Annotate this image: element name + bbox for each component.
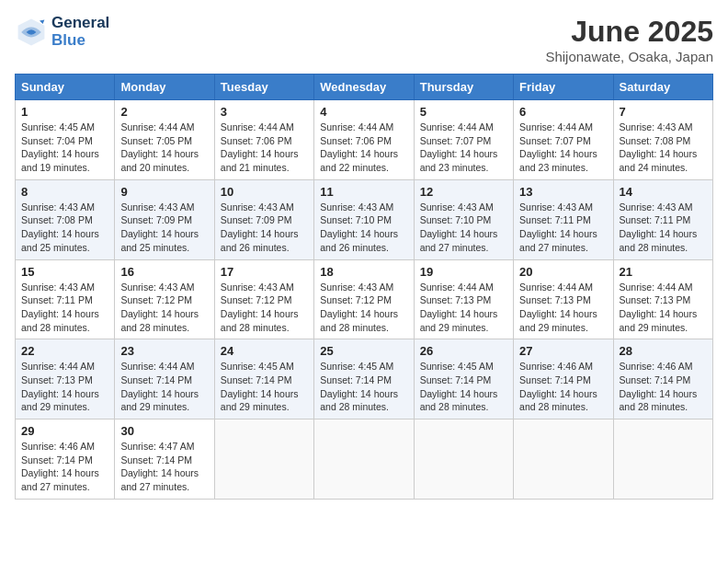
day-info: Sunrise: 4:43 AM Sunset: 7:08 PM Dayligh… [620,121,707,175]
day-info: Sunrise: 4:46 AM Sunset: 7:14 PM Dayligh… [21,440,108,494]
calendar-cell: 2Sunrise: 4:44 AM Sunset: 7:05 PM Daylig… [115,100,214,180]
day-number: 17 [221,265,308,279]
day-info: Sunrise: 4:45 AM Sunset: 7:14 PM Dayligh… [320,360,407,414]
day-number: 19 [420,265,507,279]
calendar-cell [414,419,513,500]
day-number: 26 [420,344,507,358]
week-row-5: 29Sunrise: 4:46 AM Sunset: 7:14 PM Dayli… [16,419,713,500]
calendar-cell: 3Sunrise: 4:44 AM Sunset: 7:06 PM Daylig… [214,100,313,180]
day-info: Sunrise: 4:43 AM Sunset: 7:10 PM Dayligh… [320,201,407,255]
calendar-cell: 13Sunrise: 4:43 AM Sunset: 7:11 PM Dayli… [514,179,613,259]
week-row-4: 22Sunrise: 4:44 AM Sunset: 7:13 PM Dayli… [16,339,713,419]
calendar-cell: 16Sunrise: 4:43 AM Sunset: 7:12 PM Dayli… [115,259,214,339]
week-row-3: 15Sunrise: 4:43 AM Sunset: 7:11 PM Dayli… [16,259,713,339]
logo: General Blue [15,15,109,49]
day-number: 1 [21,105,108,119]
day-number: 15 [21,265,108,279]
calendar-cell: 5Sunrise: 4:44 AM Sunset: 7:07 PM Daylig… [414,100,513,180]
weekday-header-row: SundayMondayTuesdayWednesdayThursdayFrid… [16,75,713,100]
weekday-header-friday: Friday [514,75,613,100]
day-info: Sunrise: 4:43 AM Sunset: 7:12 PM Dayligh… [221,281,308,335]
day-number: 23 [120,344,208,358]
day-info: Sunrise: 4:43 AM Sunset: 7:09 PM Dayligh… [221,201,308,255]
logo-text: General Blue [51,15,109,49]
weekday-header-thursday: Thursday [414,75,513,100]
calendar-cell [514,419,613,500]
day-info: Sunrise: 4:44 AM Sunset: 7:13 PM Dayligh… [21,360,108,414]
day-info: Sunrise: 4:43 AM Sunset: 7:12 PM Dayligh… [120,281,208,335]
day-info: Sunrise: 4:47 AM Sunset: 7:14 PM Dayligh… [120,440,208,494]
day-number: 5 [420,105,507,119]
day-number: 25 [320,344,407,358]
calendar-cell: 29Sunrise: 4:46 AM Sunset: 7:14 PM Dayli… [16,419,115,500]
calendar-cell: 30Sunrise: 4:47 AM Sunset: 7:14 PM Dayli… [115,419,214,500]
calendar-cell: 21Sunrise: 4:44 AM Sunset: 7:13 PM Dayli… [613,259,712,339]
calendar-cell: 28Sunrise: 4:46 AM Sunset: 7:14 PM Dayli… [613,339,712,419]
calendar-cell: 17Sunrise: 4:43 AM Sunset: 7:12 PM Dayli… [214,259,313,339]
calendar-cell [613,419,712,500]
calendar-body: 1Sunrise: 4:45 AM Sunset: 7:04 PM Daylig… [16,100,713,500]
day-number: 28 [620,344,707,358]
day-number: 30 [120,424,208,438]
day-info: Sunrise: 4:43 AM Sunset: 7:09 PM Dayligh… [120,201,208,255]
day-info: Sunrise: 4:43 AM Sunset: 7:11 PM Dayligh… [519,201,607,255]
day-info: Sunrise: 4:43 AM Sunset: 7:10 PM Dayligh… [420,201,507,255]
calendar-cell: 25Sunrise: 4:45 AM Sunset: 7:14 PM Dayli… [314,339,414,419]
calendar-cell: 22Sunrise: 4:44 AM Sunset: 7:13 PM Dayli… [16,339,115,419]
day-number: 27 [519,344,607,358]
calendar-cell: 20Sunrise: 4:44 AM Sunset: 7:13 PM Dayli… [514,259,613,339]
calendar-cell: 14Sunrise: 4:43 AM Sunset: 7:11 PM Dayli… [613,179,712,259]
calendar-subtitle: Shijonawate, Osaka, Japan [545,49,713,64]
calendar-cell: 11Sunrise: 4:43 AM Sunset: 7:10 PM Dayli… [314,179,414,259]
day-number: 29 [21,424,108,438]
header: General Blue June 2025 Shijonawate, Osak… [15,15,713,64]
weekday-header-monday: Monday [115,75,214,100]
day-number: 8 [21,185,108,199]
day-number: 10 [221,185,308,199]
calendar-title: June 2025 [545,15,713,49]
calendar-cell [314,419,414,500]
title-block: June 2025 Shijonawate, Osaka, Japan [545,15,713,64]
day-number: 24 [221,344,308,358]
day-info: Sunrise: 4:44 AM Sunset: 7:06 PM Dayligh… [320,121,407,175]
day-info: Sunrise: 4:44 AM Sunset: 7:14 PM Dayligh… [120,360,208,414]
day-info: Sunrise: 4:44 AM Sunset: 7:06 PM Dayligh… [221,121,308,175]
logo-line1: General [51,14,109,31]
day-info: Sunrise: 4:43 AM Sunset: 7:11 PM Dayligh… [21,281,108,335]
calendar-table: SundayMondayTuesdayWednesdayThursdayFrid… [15,74,713,500]
calendar-cell: 19Sunrise: 4:44 AM Sunset: 7:13 PM Dayli… [414,259,513,339]
calendar-cell: 1Sunrise: 4:45 AM Sunset: 7:04 PM Daylig… [16,100,115,180]
weekday-header-tuesday: Tuesday [214,75,313,100]
day-info: Sunrise: 4:45 AM Sunset: 7:14 PM Dayligh… [221,360,308,414]
day-info: Sunrise: 4:44 AM Sunset: 7:13 PM Dayligh… [420,281,507,335]
calendar-cell: 9Sunrise: 4:43 AM Sunset: 7:09 PM Daylig… [115,179,214,259]
day-number: 14 [620,185,707,199]
logo-line2: Blue [51,31,85,49]
day-number: 2 [120,105,208,119]
day-info: Sunrise: 4:46 AM Sunset: 7:14 PM Dayligh… [620,360,707,414]
logo-icon [15,16,48,49]
day-number: 18 [320,265,407,279]
week-row-1: 1Sunrise: 4:45 AM Sunset: 7:04 PM Daylig… [16,100,713,180]
day-number: 13 [519,185,607,199]
weekday-header-wednesday: Wednesday [314,75,414,100]
day-number: 21 [620,265,707,279]
day-info: Sunrise: 4:46 AM Sunset: 7:14 PM Dayligh… [519,360,607,414]
day-number: 4 [320,105,407,119]
day-info: Sunrise: 4:44 AM Sunset: 7:13 PM Dayligh… [519,281,607,335]
calendar-cell [214,419,313,500]
calendar-cell: 10Sunrise: 4:43 AM Sunset: 7:09 PM Dayli… [214,179,313,259]
calendar-cell: 26Sunrise: 4:45 AM Sunset: 7:14 PM Dayli… [414,339,513,419]
calendar-cell: 12Sunrise: 4:43 AM Sunset: 7:10 PM Dayli… [414,179,513,259]
calendar-cell: 24Sunrise: 4:45 AM Sunset: 7:14 PM Dayli… [214,339,313,419]
calendar-cell: 7Sunrise: 4:43 AM Sunset: 7:08 PM Daylig… [613,100,712,180]
calendar-cell: 23Sunrise: 4:44 AM Sunset: 7:14 PM Dayli… [115,339,214,419]
day-info: Sunrise: 4:43 AM Sunset: 7:12 PM Dayligh… [320,281,407,335]
calendar-cell: 8Sunrise: 4:43 AM Sunset: 7:08 PM Daylig… [16,179,115,259]
day-info: Sunrise: 4:45 AM Sunset: 7:14 PM Dayligh… [420,360,507,414]
day-number: 11 [320,185,407,199]
calendar-cell: 18Sunrise: 4:43 AM Sunset: 7:12 PM Dayli… [314,259,414,339]
week-row-2: 8Sunrise: 4:43 AM Sunset: 7:08 PM Daylig… [16,179,713,259]
weekday-header-saturday: Saturday [613,75,712,100]
calendar-cell: 15Sunrise: 4:43 AM Sunset: 7:11 PM Dayli… [16,259,115,339]
